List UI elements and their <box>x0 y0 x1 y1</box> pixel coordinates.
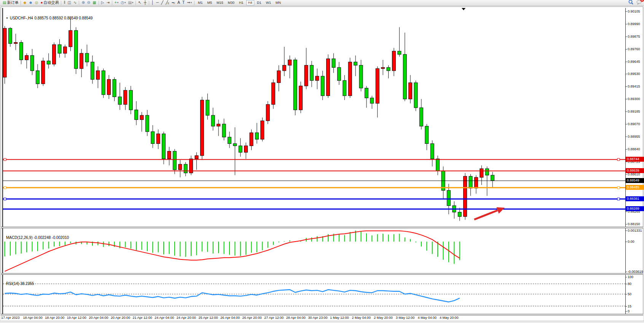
chat-icon[interactable]: 1 <box>636 0 642 6</box>
candle-bearish <box>206 100 209 115</box>
time-tick: 21 Apr 12:00 <box>133 316 152 320</box>
indicators-icon-dropdown[interactable]: ▾ <box>117 0 119 5</box>
price-axis-box-0.88639: 0.88639 <box>626 168 644 173</box>
candle-bullish <box>409 83 412 99</box>
candle-bullish <box>288 60 292 65</box>
signals-icon[interactable]: ◎ <box>34 0 40 5</box>
candle-bearish <box>354 62 357 65</box>
timeframe-w1[interactable]: W1 <box>264 0 273 5</box>
trendline-icon: ╱ <box>161 0 163 5</box>
new-order-button[interactable]: ▤新订单 <box>2 0 19 5</box>
line-handle <box>617 158 620 161</box>
time-tick: 17 Apr 2023 <box>1 316 20 320</box>
line-handle <box>617 198 620 200</box>
time-tick: 18 Apr 04:00 <box>23 316 43 320</box>
chart-candles-icon[interactable]: ◫ <box>67 0 72 5</box>
line-handle <box>4 158 6 161</box>
candle-bullish <box>195 156 198 159</box>
candle-bearish <box>239 146 242 152</box>
indicators-icon[interactable]: +▾ <box>113 0 120 5</box>
vertical-line-icon[interactable]: │ <box>150 0 155 5</box>
arrows-icon[interactable]: ⇝▾ <box>186 0 193 5</box>
metaeditor-icon[interactable]: ◆ <box>22 0 27 5</box>
candle-bullish <box>250 133 253 146</box>
zoom-out-icon[interactable]: ⊖ <box>86 0 91 5</box>
panel-separator[interactable] <box>1 273 643 275</box>
candle-bearish <box>491 175 494 180</box>
tick-mark <box>625 99 627 99</box>
auto-scroll-icon[interactable]: ▷ <box>100 0 105 5</box>
candle-bullish <box>474 177 478 188</box>
price-tick: 0.89760 <box>628 47 640 51</box>
candlestick-chart[interactable] <box>3 8 625 227</box>
trendline-icon[interactable]: ╱ <box>160 0 164 5</box>
panel-separator[interactable] <box>1 314 643 315</box>
time-tick: 24 Apr 04:00 <box>155 316 174 320</box>
time-tick: 4 May 04:00 <box>418 316 437 320</box>
search-icon[interactable] <box>628 0 633 6</box>
templates-icon[interactable]: ▤▾ <box>127 0 134 5</box>
candle-bearish <box>332 59 335 67</box>
channel-icon[interactable]: ╱E <box>164 0 171 5</box>
macd-panel[interactable] <box>3 228 625 273</box>
timeframe-mn[interactable]: MN <box>274 0 283 5</box>
chart-bars-icon[interactable]: ‖ <box>62 0 66 5</box>
timeframe-d1[interactable]: D1 <box>255 0 263 5</box>
candle-bearish <box>8 28 12 43</box>
zoom-in-icon: ⊕ <box>81 0 84 5</box>
crosshair-icon[interactable]: ┼ <box>143 0 148 5</box>
candle-bearish <box>337 67 341 80</box>
arrow-annotation-head <box>496 207 505 214</box>
panel-separator[interactable] <box>1 227 643 228</box>
tick-mark <box>625 272 627 272</box>
chart-line-icon[interactable]: ∿ <box>72 0 78 5</box>
timeframe-m5[interactable]: M5 <box>205 0 214 5</box>
new-order-button-label: 新订单 <box>7 0 18 5</box>
templates-icon: ▤ <box>128 0 131 5</box>
time-tick: 2 May 04:00 <box>352 316 371 320</box>
price-tick: 0.89645 <box>628 60 640 64</box>
toolbar-separator <box>99 1 99 5</box>
autotrade-button: ● <box>40 0 43 5</box>
price-axis-box-0.88744: 0.88744 <box>626 157 644 162</box>
price-tick: 0.88840 <box>628 147 640 151</box>
periods-clock-icon-dropdown[interactable]: ▾ <box>124 0 126 5</box>
autotrade-button[interactable]: ●自动交易 <box>39 0 60 5</box>
candle-bearish <box>469 176 472 188</box>
arrows-icon-dropdown[interactable]: ▾ <box>190 0 192 5</box>
channel-icon-sub: E <box>167 1 169 6</box>
fibonacci-icon[interactable]: ┅F <box>171 0 176 5</box>
templates-icon-dropdown[interactable]: ▾ <box>132 0 134 5</box>
price-axis-box-0.88381: 0.88381 <box>626 196 644 201</box>
chart-shift-icon[interactable]: ⇥ <box>105 0 110 5</box>
zoom-in-icon[interactable]: ⊕ <box>80 0 86 5</box>
timeframe-h4[interactable]: H4 <box>246 0 255 5</box>
horizontal-line-icon: ─ <box>156 0 159 5</box>
tick-mark <box>625 124 627 124</box>
community-icon[interactable]: ☻ <box>27 0 34 5</box>
candle-bearish <box>36 71 39 84</box>
time-tick: 26 Apr 20:00 <box>242 316 262 320</box>
label-icon[interactable]: T <box>181 0 186 5</box>
candle-bearish <box>30 56 34 71</box>
candle-bullish <box>69 30 72 47</box>
toolbar-separator <box>135 1 136 5</box>
candle-bearish <box>485 169 489 175</box>
candle-bearish <box>91 62 94 80</box>
candle-bearish <box>436 159 440 171</box>
tick-mark <box>625 24 627 24</box>
text-icon[interactable]: A <box>176 0 181 5</box>
candle-bullish <box>200 100 204 156</box>
timeframe-m1[interactable]: M1 <box>196 0 205 5</box>
cursor-icon[interactable]: ↖ <box>137 0 142 5</box>
timeframe-m15[interactable]: M15 <box>215 0 225 5</box>
candle-bearish <box>365 88 368 98</box>
tick-mark <box>625 311 627 312</box>
timeframe-h1[interactable]: H1 <box>237 0 245 5</box>
tile-windows-icon[interactable]: ▦ <box>91 0 97 5</box>
rsi-line <box>5 290 460 302</box>
rsi-panel[interactable] <box>3 274 625 314</box>
periods-clock-icon[interactable]: ◷▾ <box>120 0 127 5</box>
timeframe-m30[interactable]: M30 <box>226 0 236 5</box>
horizontal-line-icon[interactable]: ─ <box>155 0 160 5</box>
